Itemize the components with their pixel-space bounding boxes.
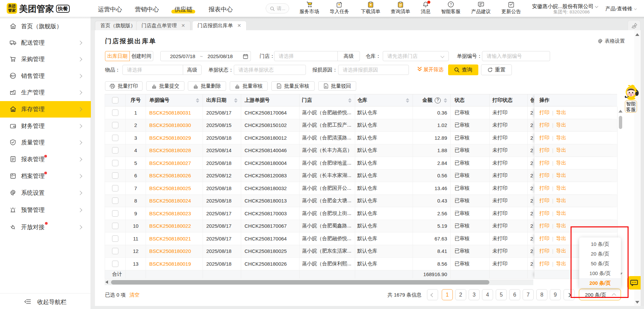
svg-text:?: ? bbox=[450, 2, 452, 6]
svg-text:BUY: BUY bbox=[11, 75, 15, 77]
